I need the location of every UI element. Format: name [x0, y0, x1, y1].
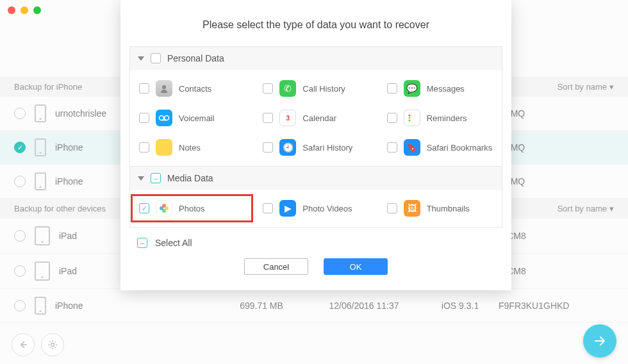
item-calendar[interactable]: 3Calendar	[254, 103, 377, 133]
radio-icon[interactable]	[14, 108, 26, 119]
zoom-icon[interactable]	[33, 6, 41, 14]
item-messages[interactable]: 💬Messages	[378, 74, 502, 103]
calendar-icon: 3	[279, 110, 296, 126]
next-button[interactable]	[583, 324, 616, 358]
item-label: Thumbnails	[427, 204, 470, 213]
checkbox[interactable]	[387, 83, 397, 94]
backup-size: 699.71 MB	[217, 301, 306, 311]
group-personal: Personal Data Contacts ✆Call History 💬Me…	[129, 46, 502, 167]
group-label: Media Data	[167, 173, 213, 183]
messages-icon: 💬	[404, 80, 420, 97]
checkbox[interactable]	[387, 142, 397, 153]
group-label: Personal Data	[167, 53, 224, 63]
item-photos[interactable]: ✓Photos	[130, 194, 254, 223]
svg-point-3	[165, 116, 169, 120]
checkbox[interactable]	[139, 83, 149, 94]
svg-point-5	[408, 115, 410, 117]
item-label: Call History	[302, 84, 345, 94]
select-all-label: Select All	[155, 238, 192, 248]
photos-icon	[156, 200, 172, 217]
serial: G5MQ	[499, 142, 614, 153]
settings-button[interactable]	[41, 333, 64, 356]
svg-point-7	[408, 120, 410, 122]
item-label: Messages	[427, 84, 465, 94]
serial: (FCM8	[499, 231, 614, 241]
backup-row[interactable]: iPhone 699.71 MB 12/06/2016 11:37 iOS 9.…	[0, 289, 628, 323]
iphone-icon	[35, 172, 46, 190]
item-contacts[interactable]: Contacts	[130, 74, 254, 103]
photo-videos-icon: ▶	[279, 200, 296, 217]
radio-icon[interactable]	[14, 176, 26, 187]
close-icon[interactable]	[8, 6, 15, 14]
item-photo-videos[interactable]: ▶Photo Videos	[254, 194, 377, 223]
svg-point-2	[160, 116, 164, 120]
checkbox[interactable]	[263, 113, 273, 123]
item-safari-history[interactable]: 🕘Safari History	[254, 133, 377, 162]
sort-by-name[interactable]: Sort by name▾	[558, 82, 614, 92]
checkbox[interactable]	[263, 142, 273, 153]
item-label: Safari Bookmarks	[427, 143, 493, 153]
modal-title: Please select the type of data you want …	[120, 0, 511, 46]
chevron-down-icon: ▾	[609, 204, 614, 213]
radio-icon[interactable]	[14, 300, 26, 311]
item-safari-bookmarks[interactable]: 🔖Safari Bookmarks	[378, 133, 502, 162]
group-header[interactable]: – Media Data	[130, 167, 502, 190]
svg-point-0	[51, 343, 54, 347]
item-label: Reminders	[427, 113, 467, 123]
section-title: Backup for iPhone	[14, 82, 82, 92]
checkbox[interactable]	[263, 203, 273, 213]
serial: G5MQ	[499, 176, 614, 186]
ok-button[interactable]: OK	[324, 258, 388, 275]
sort-by-name[interactable]: Sort by name▾	[558, 204, 614, 213]
device-name: iPhone	[55, 301, 217, 311]
iphone-icon	[35, 297, 46, 315]
disclosure-triangle-icon	[138, 56, 144, 61]
svg-point-1	[162, 85, 166, 89]
serial: (FCM8	[499, 266, 614, 276]
bottom-toolbar	[12, 333, 64, 356]
item-notes[interactable]: Notes	[130, 133, 254, 162]
backup-date: 12/06/2016 11:37	[306, 301, 422, 311]
item-voicemail[interactable]: Voicemail	[130, 103, 254, 133]
minimize-icon[interactable]	[21, 6, 28, 14]
section-title: Backup for other devices	[14, 204, 106, 213]
item-label: Safari History	[302, 143, 352, 153]
radio-icon[interactable]: ✓	[14, 142, 26, 153]
checkbox[interactable]: –	[151, 173, 161, 183]
serial: G5MQ	[499, 108, 614, 119]
checkbox[interactable]	[263, 83, 273, 94]
iphone-icon	[35, 104, 46, 122]
voicemail-icon	[156, 110, 172, 126]
radio-icon[interactable]	[14, 230, 26, 242]
ipad-icon	[35, 261, 50, 281]
checkbox[interactable]: –	[137, 238, 147, 248]
checkbox[interactable]	[387, 113, 397, 123]
phone-icon: ✆	[279, 80, 296, 97]
checkbox[interactable]	[139, 113, 149, 123]
iphone-icon	[35, 138, 46, 156]
window-controls	[8, 6, 41, 14]
checkbox[interactable]	[139, 142, 149, 153]
cancel-button[interactable]: Cancel	[244, 258, 308, 275]
disclosure-triangle-icon	[138, 176, 144, 181]
thumbnails-icon: 🖼	[404, 200, 420, 217]
checkbox[interactable]	[387, 203, 397, 213]
notes-icon	[156, 139, 172, 156]
item-thumbnails[interactable]: 🖼Thumbnails	[378, 194, 502, 223]
ios-version: iOS 9.3.1	[422, 301, 499, 311]
serial: F9FR3KU1GHKD	[499, 301, 614, 311]
group-header[interactable]: Personal Data	[130, 47, 502, 70]
back-button[interactable]	[12, 333, 35, 356]
item-call-history[interactable]: ✆Call History	[254, 74, 377, 103]
safari-history-icon: 🕘	[279, 139, 296, 156]
select-all-row[interactable]: – Select All	[120, 228, 511, 253]
checkbox[interactable]	[151, 53, 161, 63]
group-media: – Media Data ✓Photos ▶Photo Videos 🖼Thum…	[129, 167, 502, 228]
reminders-icon	[404, 110, 420, 126]
item-label: Contacts	[179, 84, 211, 94]
item-reminders[interactable]: Reminders	[378, 103, 502, 133]
button-row: Cancel OK	[120, 253, 511, 280]
checkbox[interactable]: ✓	[139, 203, 149, 213]
radio-icon[interactable]	[14, 265, 26, 277]
item-label: Photo Videos	[302, 204, 352, 213]
